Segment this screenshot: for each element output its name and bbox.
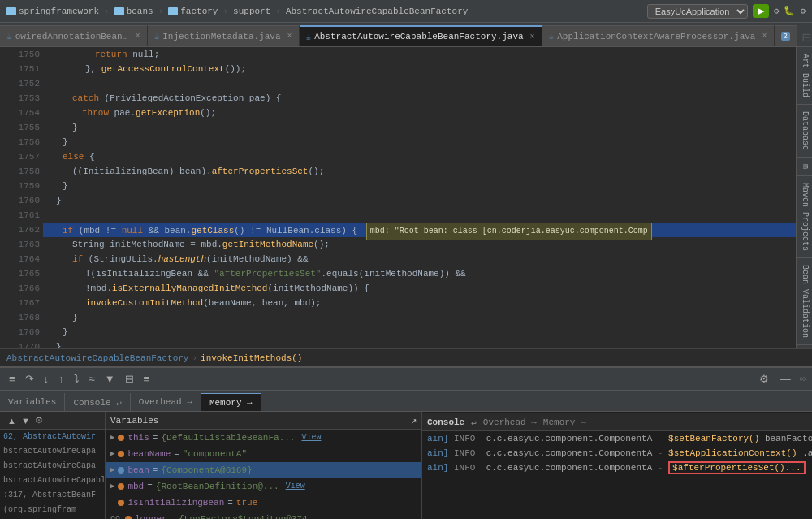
call-stack: ▲ ▼ ⚙ 62, AbstractAutowir bstractAutowir… [0, 412, 106, 519]
variables-header: Variables ↗ [106, 412, 421, 430]
console-line-0: ain] INFO c.c.easyuc.component.Component… [422, 431, 812, 446]
tab-appcontext[interactable]: ☕ ApplicationContextAwareProcessor.java … [542, 25, 775, 46]
folder-icon-2: beans [114, 6, 153, 16]
tab-overhead[interactable]: Overhead → [131, 393, 201, 411]
breadcrumb-class[interactable]: AbstractAutowireCapableBeanFactory [6, 353, 188, 363]
right-panels: Art Build Database m Maven Projects Bean… [796, 47, 812, 348]
file-item[interactable]: AbstractAutowireCapableBeanFactory [286, 6, 468, 16]
code-line-1764: if (StringUtils.hasLength(initMethodName… [43, 252, 796, 266]
filter-stack-btn[interactable]: ⚙ [32, 413, 45, 427]
frames-btn[interactable]: ⊟ [123, 371, 136, 387]
tab-abstract-active[interactable]: ☕ AbstractAutowireCapableBeanFactory.jav… [300, 25, 542, 46]
code-line-1762: if (mbd != null && bean.getClass() != Nu… [43, 223, 796, 237]
code-line-1751: }, getAccessControlContext()); [43, 62, 796, 76]
overhead-btn[interactable]: Overhead → [483, 417, 537, 427]
var-dot-init [118, 500, 124, 506]
art-build-tab[interactable]: Art Build [797, 47, 812, 105]
step-out-btn[interactable]: ↑ [56, 371, 67, 387]
console-label: Console [427, 417, 464, 427]
code-line-1770: } [43, 340, 796, 348]
code-line-1768: } [43, 310, 796, 325]
var-dot-mbd [118, 483, 124, 490]
gear-settings[interactable]: ⚙ [757, 371, 771, 387]
stack-item-4[interactable]: :317, AbstractBeanF [0, 488, 105, 503]
bottom-toolbar: ≡ ↷ ↓ ↑ ⤵ ≈ ▼ ⊟ ≡ ⚙ — ∞ [0, 368, 812, 391]
console-line-1: ain] INFO c.c.easyuc.component.Component… [422, 446, 812, 461]
view-link-this[interactable]: View [301, 430, 321, 446]
support-folder[interactable]: support [233, 6, 270, 16]
var-dot-bean [118, 467, 124, 474]
console-pane: Console ↵ Overhead → Memory → ain] INFO … [422, 412, 812, 519]
maven-tab[interactable]: Maven Projects [797, 176, 812, 258]
minimize-btn[interactable]: — [778, 371, 793, 387]
var-dot-this [118, 435, 124, 441]
folder-icon-1: springframework [6, 6, 99, 16]
database-tab[interactable]: Database [797, 105, 812, 158]
left-gutter [0, 47, 6, 348]
tab-close-3[interactable]: × [762, 32, 767, 41]
step-into-btn[interactable]: ↓ [41, 371, 52, 387]
var-bean[interactable]: ▶ bean = {ComponentA@6169} [106, 462, 421, 478]
stack-item-1[interactable]: bstractAutowireCapa [0, 444, 105, 459]
debug-icon[interactable]: 🐛 [784, 6, 795, 16]
menu-btn[interactable]: ≡ [6, 371, 18, 387]
breadcrumb-bar: AbstractAutowireCapableBeanFactory › inv… [0, 348, 812, 366]
view-link-mbd[interactable]: View [286, 478, 305, 495]
code-line-1757: else { [43, 149, 796, 164]
code-line-1756: } [43, 135, 796, 149]
settings-gear[interactable]: ⚙ [800, 6, 806, 16]
build-icon: ⚙ [774, 6, 780, 16]
stack-item-2[interactable]: bstractAutowireCapa [0, 459, 105, 474]
tab-console[interactable]: Console ↵ [65, 393, 130, 411]
stack-item-3[interactable]: bstractAutowireCapabl [0, 474, 105, 488]
tabs-row: ☕ owiredAnnotationBeanPostProcessor.java… [0, 23, 812, 47]
run-button[interactable]: ▶ [753, 4, 769, 18]
tab-close-0[interactable]: × [136, 32, 140, 41]
settings-btn[interactable]: ≡ [141, 371, 153, 387]
tab-variables[interactable]: Variables [0, 393, 65, 411]
filter-btn[interactable]: ▼ [102, 371, 118, 387]
step-over-btn[interactable]: ↷ [23, 371, 37, 387]
app-selector[interactable]: EasyUcApplication [647, 4, 748, 19]
editor-area: 1750 1751 1752 1753 1754 1755 1756 1757 … [0, 47, 812, 348]
bottom-panel: ≡ ↷ ↓ ↑ ⤵ ≈ ▼ ⊟ ≡ ⚙ — ∞ Variables Consol… [0, 366, 812, 519]
up-btn[interactable]: ▲ [5, 414, 19, 427]
m-tab[interactable]: m [797, 158, 812, 176]
code-editor[interactable]: return null; }, getAccessControlContext(… [43, 47, 796, 348]
stack-item-0[interactable]: 62, AbstractAutowir [0, 430, 105, 444]
tab-close-1[interactable]: × [287, 32, 292, 41]
code-line-1758: ((InitializingBean) bean).afterPropertie… [43, 164, 796, 179]
code-line-1760: } [43, 193, 796, 208]
tab-autowired[interactable]: ☕ owiredAnnotationBeanPostProcessor.java… [0, 25, 148, 46]
code-line-1750: return null; [43, 47, 796, 62]
bottom-toolbar-left: ≡ ↷ ↓ ↑ ⤵ ≈ ▼ ⊟ ≡ [6, 371, 152, 387]
console-line-2: ain] INFO c.c.easyuc.component.Component… [422, 461, 812, 475]
folder-icon-3: factory [168, 6, 218, 16]
memory-indicator[interactable]: Memory → [543, 417, 586, 427]
evaluate-btn[interactable]: ≈ [87, 371, 97, 387]
tab-injection[interactable]: ☕ InjectionMetadata.java × [148, 25, 300, 46]
var-logger[interactable]: oo logger = {LogFactory$Log4jLog@374... [106, 511, 421, 519]
panel-toggle[interactable]: ⊟ [797, 28, 812, 46]
tab-memory[interactable]: Memory → [201, 393, 261, 411]
variables-pane: Variables ↗ ▶ this = {DefaultListableBea… [106, 412, 422, 519]
down-btn[interactable]: ▼ [19, 414, 32, 427]
breadcrumb-method[interactable]: invokeInitMethods() [201, 353, 302, 363]
var-this[interactable]: ▶ this = {DefaultListableBeanFa... View [106, 430, 421, 446]
stack-item-5[interactable]: (org.springfram [0, 503, 105, 517]
code-line-1766: !mbd.isExternallyManagedInitMethod(initM… [43, 281, 796, 296]
variables-expand[interactable]: ↗ [411, 415, 417, 426]
var-mbd[interactable]: ▶ mbd = {RootBeanDefinition@... View [106, 478, 421, 495]
code-line-1753: catch (PrivilegedActionException pae) { [43, 91, 796, 106]
var-isinitializing[interactable]: ▶ isInitializingBean = true [106, 495, 421, 511]
var-beanname[interactable]: ▶ beanName = "componentA" [106, 446, 421, 462]
highlighted-method: $afterPropertiesSet()... [668, 461, 805, 474]
top-bar: springframework › beans › factory › supp… [0, 0, 812, 23]
var-dot-logger [125, 516, 132, 519]
bean-validation-tab[interactable]: Bean Validation [797, 258, 812, 345]
tab-close-2[interactable]: × [530, 32, 535, 41]
code-line-1759: } [43, 179, 796, 193]
tab-more[interactable]: 2 [775, 25, 797, 46]
run-to-cursor-btn[interactable]: ⤵ [71, 371, 82, 387]
code-line-1769: } [43, 325, 796, 340]
